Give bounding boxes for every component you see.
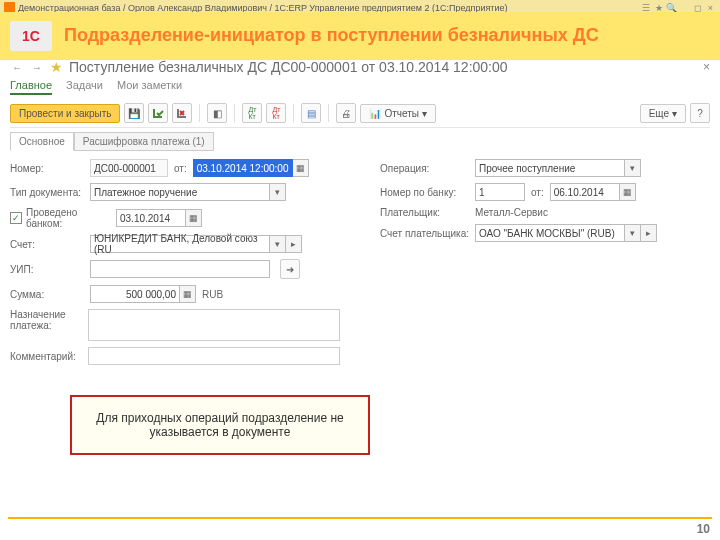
print-icon[interactable]: 🖨	[336, 103, 356, 123]
label-bank-processed: Проведено банком:	[26, 207, 116, 229]
label-purpose: Назначение платежа:	[10, 309, 88, 331]
forward-icon[interactable]: →	[30, 60, 44, 74]
toolbar: Провести и закрыть 💾 ◧ ДтКт ДтКт ▤ 🖨 📊От…	[10, 99, 710, 128]
left-column: Номер: ДС00-000001 от: 03.10.2014 12:00:…	[10, 159, 340, 371]
slide-title: Подразделение-инициатор в поступлении бе…	[64, 26, 599, 46]
tab-osnovnoe[interactable]: Основное	[10, 132, 74, 151]
document-body: ← → ★ Поступление безналичных ДС ДС00-00…	[0, 55, 720, 540]
calc-icon[interactable]: ▦	[180, 285, 196, 303]
separator	[293, 104, 294, 122]
save-icon[interactable]: 💾	[124, 103, 144, 123]
goto-icon[interactable]: ➜	[280, 259, 300, 279]
label-from2: от:	[531, 187, 544, 198]
separator	[199, 104, 200, 122]
field-banknum[interactable]: 1	[475, 183, 525, 201]
label-payer-acc: Счет плательщика:	[380, 228, 475, 239]
field-account[interactable]: ЮНИКРЕДИТ БАНК, Деловой союз (RU	[90, 235, 270, 253]
tab-tasks[interactable]: Задачи	[66, 79, 103, 95]
document-title: Поступление безналичных ДС ДС00-000001 о…	[69, 59, 508, 75]
form-area: Номер: ДС00-000001 от: 03.10.2014 12:00:…	[10, 159, 710, 371]
unpost-icon[interactable]	[172, 103, 192, 123]
separator	[328, 104, 329, 122]
label-from: от:	[174, 163, 187, 174]
separator	[234, 104, 235, 122]
form-tabs: Основное Расшифровка платежа (1)	[10, 132, 710, 151]
dropdown-icon[interactable]: ▾	[625, 159, 641, 177]
tab-main[interactable]: Главное	[10, 79, 52, 95]
slide-header: 1C Подразделение-инициатор в поступлении…	[0, 12, 720, 60]
field-purpose[interactable]	[88, 309, 340, 341]
label-operation: Операция:	[380, 163, 475, 174]
field-doctype[interactable]: Платежное поручение	[90, 183, 270, 201]
label-account: Счет:	[10, 239, 90, 250]
label-comment: Комментарий:	[10, 351, 88, 362]
dropdown-icon[interactable]: ▾	[270, 235, 286, 253]
field-payer-acc[interactable]: ОАО "БАНК МОСКВЫ" (RUB)	[475, 224, 625, 242]
right-column: Операция: Прочее поступление ▾ Номер по …	[380, 159, 710, 371]
slide-footer: 10	[0, 518, 720, 540]
field-comment[interactable]	[88, 347, 340, 365]
label-number: Номер:	[10, 163, 90, 174]
close-tab-icon[interactable]: ×	[703, 60, 710, 74]
field-number[interactable]: ДС00-000001	[90, 159, 168, 177]
calendar-icon[interactable]: ▦	[186, 209, 202, 227]
annotation-callout: Для приходных операций подразделение не …	[70, 395, 370, 455]
calendar-icon[interactable]: ▦	[293, 159, 309, 177]
open-icon[interactable]: ▸	[641, 224, 657, 242]
readonly-payer: Металл-Сервис	[475, 207, 548, 218]
label-banknum: Номер по банку:	[380, 187, 475, 198]
open-icon[interactable]: ▸	[286, 235, 302, 253]
field-uip[interactable]	[90, 260, 270, 278]
tool-icon[interactable]: ◧	[207, 103, 227, 123]
reports-button[interactable]: 📊Отчеты▾	[360, 104, 436, 123]
field-date[interactable]: 03.10.2014 12:00:00	[193, 159, 293, 177]
back-icon[interactable]: ←	[10, 60, 24, 74]
section-tabs: Главное Задачи Мои заметки	[10, 79, 710, 95]
doc-title-row: ← → ★ Поступление безналичных ДС ДС00-00…	[10, 59, 710, 75]
field-banknum-date[interactable]: 06.10.2014	[550, 183, 620, 201]
label-uip: УИП:	[10, 264, 90, 275]
dropdown-icon[interactable]: ▾	[625, 224, 641, 242]
field-bank-date[interactable]: 03.10.2014	[116, 209, 186, 227]
calendar-icon[interactable]: ▦	[620, 183, 636, 201]
label-doctype: Тип документа:	[10, 187, 90, 198]
label-currency: RUB	[202, 289, 223, 300]
tab-rasshifrovka[interactable]: Расшифровка платежа (1)	[74, 132, 214, 151]
favorite-icon[interactable]: ★	[50, 59, 63, 75]
field-sum[interactable]: 500 000,00	[90, 285, 180, 303]
dt-kt-alt-icon[interactable]: ДтКт	[266, 103, 286, 123]
dt-kt-icon[interactable]: ДтКт	[242, 103, 262, 123]
logo: 1C	[10, 21, 52, 51]
checkbox-bank-processed[interactable]: ✓	[10, 212, 22, 224]
more-button[interactable]: Еще▾	[640, 104, 686, 123]
structure-icon[interactable]: ▤	[301, 103, 321, 123]
post-icon[interactable]	[148, 103, 168, 123]
help-icon[interactable]: ?	[690, 103, 710, 123]
submit-and-close-button[interactable]: Провести и закрыть	[10, 104, 120, 123]
page-number: 10	[697, 522, 710, 536]
field-operation[interactable]: Прочее поступление	[475, 159, 625, 177]
tab-notes[interactable]: Мои заметки	[117, 79, 182, 95]
label-payer: Плательщик:	[380, 207, 475, 218]
label-sum: Сумма:	[10, 289, 90, 300]
dropdown-icon[interactable]: ▾	[270, 183, 286, 201]
titlebar-text: Демонстрационная база / Орлов Александр …	[18, 3, 640, 13]
